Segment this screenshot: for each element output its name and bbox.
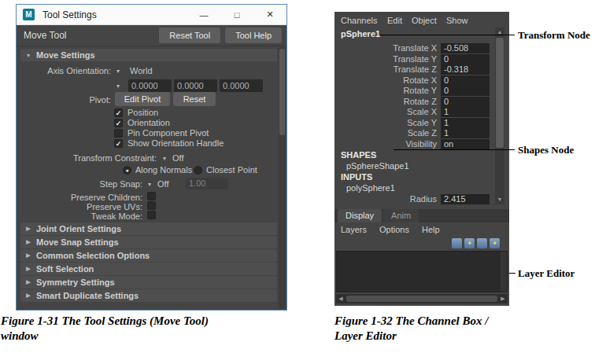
reset-tool-button[interactable]: Reset Tool — [159, 28, 220, 43]
attribute-value-field[interactable]: 1 — [441, 118, 490, 128]
axis-x-field[interactable]: 0.0000 — [128, 79, 172, 92]
orientation-checkbox[interactable]: ✓ — [114, 119, 123, 127]
scroll-down-icon[interactable]: ▼ — [495, 195, 504, 204]
vertical-scrollbar[interactable] — [279, 47, 286, 309]
expanded-arrow-icon: ▼ — [20, 53, 36, 58]
section-title: Move Settings — [36, 50, 95, 60]
transform-node-name[interactable]: pSphere1 — [341, 29, 380, 39]
section-title: Move Snap Settings — [36, 237, 119, 247]
tweak-mode-checkbox[interactable] — [147, 211, 156, 219]
along-normals-label: Along Normals — [135, 165, 192, 175]
tab-display[interactable]: Display — [338, 209, 382, 222]
menu-channels[interactable]: Channels — [341, 16, 377, 25]
maximize-icon[interactable]: □ — [220, 5, 253, 24]
collapsed-arrow-icon: ▶ — [20, 252, 36, 259]
collapsed-arrow-icon: ▶ — [20, 266, 36, 272]
collapsed-arrow-icon: ▶ — [20, 226, 36, 232]
soft-selection-header[interactable]: ▶ Soft Selection — [20, 263, 277, 275]
move-layer-up-icon[interactable] — [452, 238, 462, 248]
caption-line: Figure 1-31 The Tool Settings (Move Tool… — [1, 314, 209, 329]
attribute-label: Scale X — [334, 107, 437, 116]
chevron-down-icon[interactable]: ▾ — [116, 68, 120, 75]
axis-orientation-value[interactable]: World — [130, 66, 153, 75]
step-snap-value[interactable]: Off — [157, 179, 168, 189]
tab-anim[interactable]: Anim — [383, 209, 419, 222]
scroll-left-icon[interactable]: ◀ — [336, 296, 345, 302]
attribute-value-field[interactable]: 0 — [441, 54, 490, 64]
chevron-down-icon[interactable]: ▾ — [148, 181, 151, 188]
attribute-row: Rotate X 0 — [334, 75, 509, 86]
minimize-icon[interactable]: — — [187, 5, 220, 24]
tool-help-button[interactable]: Tool Help — [225, 28, 282, 43]
channel-box-scrollbar[interactable]: ▲ ▼ — [495, 28, 504, 204]
scrollbar-thumb[interactable] — [496, 38, 504, 148]
menu-help[interactable]: Help — [422, 225, 440, 234]
chevron-down-icon[interactable]: ▾ — [163, 155, 166, 162]
axis-y-field[interactable]: 0.0000 — [174, 79, 217, 92]
radius-label: Radius — [334, 194, 437, 204]
menu-object[interactable]: Object — [412, 16, 437, 25]
move-layer-down-icon[interactable]: ✦ — [464, 238, 475, 248]
shapes-header: SHAPES — [341, 150, 376, 160]
position-checkbox[interactable]: ✓ — [114, 108, 123, 117]
menu-show[interactable]: Show — [446, 16, 468, 25]
attribute-value-field[interactable]: 0 — [441, 97, 490, 107]
scrollbar-thumb[interactable] — [346, 296, 497, 302]
scrollbar-thumb[interactable] — [279, 49, 285, 135]
shape-node-name[interactable]: pSphereShape1 — [346, 161, 409, 171]
section-title: Common Selection Options — [36, 251, 150, 260]
show-orientation-handle-checkbox[interactable]: ✓ — [114, 139, 123, 148]
shapes-node-annotation: Shapes Node — [518, 144, 574, 156]
window-titlebar[interactable]: M Tool Settings — □ ✕ — [17, 5, 286, 25]
scroll-up-icon[interactable]: ▲ — [495, 28, 504, 37]
smart-duplicate-settings-header[interactable]: ▶ Smart Duplicate Settings — [20, 289, 277, 302]
transform-constraint-value[interactable]: Off — [172, 153, 183, 163]
tool-settings-window: M Tool Settings — □ ✕ Move Tool Reset To… — [16, 4, 287, 311]
attribute-value-field[interactable]: 0 — [441, 86, 490, 96]
closest-point-radio[interactable] — [194, 166, 202, 175]
layer-list-area[interactable] — [336, 251, 508, 292]
joint-orient-settings-header[interactable]: ▶ Joint Orient Settings — [20, 222, 277, 235]
layer-list-scrollbar[interactable] — [501, 252, 507, 292]
layer-editor-tabs: Display Anim — [334, 209, 509, 222]
new-layer-from-selected-icon[interactable]: ✦ — [490, 238, 500, 248]
collapsed-arrow-icon: ▶ — [20, 239, 36, 245]
common-selection-options-header[interactable]: ▶ Common Selection Options — [20, 249, 277, 262]
attribute-label: Scale Y — [334, 118, 437, 127]
transform-constraint-label: Transform Constraint: — [24, 153, 157, 163]
menu-layers[interactable]: Layers — [341, 225, 367, 234]
attribute-value-field[interactable]: -0.508 — [441, 43, 490, 53]
attribute-value-field[interactable]: 1 — [441, 128, 490, 138]
pivot-reset-button[interactable]: Reset — [173, 92, 216, 106]
input-node-name[interactable]: polySphere1 — [346, 183, 395, 193]
scrollbar-track[interactable] — [345, 295, 498, 303]
new-empty-layer-icon[interactable] — [477, 238, 487, 248]
axis-orientation-label: Axis Orientation: — [24, 66, 111, 75]
layer-editor-leader-line — [509, 273, 515, 274]
preserve-uvs-checkbox[interactable] — [147, 201, 156, 210]
edit-pivot-button[interactable]: Edit Pivot — [115, 92, 170, 106]
close-icon[interactable]: ✕ — [253, 5, 286, 24]
horizontal-scrollbar[interactable]: ◀ ▶ — [336, 294, 508, 303]
chevron-down-icon[interactable]: ▾ — [116, 83, 120, 90]
attribute-value-field[interactable]: on — [441, 139, 490, 149]
attribute-value-field[interactable]: -0.318 — [441, 64, 490, 75]
attribute-label: Rotate X — [334, 75, 437, 85]
menu-options[interactable]: Options — [379, 225, 409, 234]
menu-edit[interactable]: Edit — [387, 16, 402, 25]
preserve-children-checkbox[interactable] — [147, 192, 156, 200]
tool-settings-toolbar: Move Tool Reset Tool Tool Help — [17, 25, 286, 46]
layer-editor-menubar: Layers Options Help — [341, 225, 440, 234]
along-normals-radio[interactable]: ● — [123, 166, 131, 175]
symmetry-settings-header[interactable]: ▶ Symmetry Settings — [20, 276, 277, 289]
axis-z-field[interactable]: 0.0000 — [220, 79, 263, 92]
attribute-value-field[interactable]: 1 — [441, 107, 490, 117]
tweak-mode-label: Tweak Mode: — [24, 211, 142, 221]
move-snap-settings-header[interactable]: ▶ Move Snap Settings — [20, 236, 277, 248]
radius-value-field[interactable]: 2.415 — [441, 194, 490, 204]
attribute-value-field[interactable]: 0 — [441, 75, 490, 86]
pin-component-pivot-checkbox[interactable] — [114, 129, 123, 138]
step-snap-field[interactable]: 1.00 — [186, 178, 228, 189]
move-settings-section-header[interactable]: ▼ Move Settings — [20, 49, 277, 61]
scroll-right-icon[interactable]: ▶ — [498, 296, 508, 302]
